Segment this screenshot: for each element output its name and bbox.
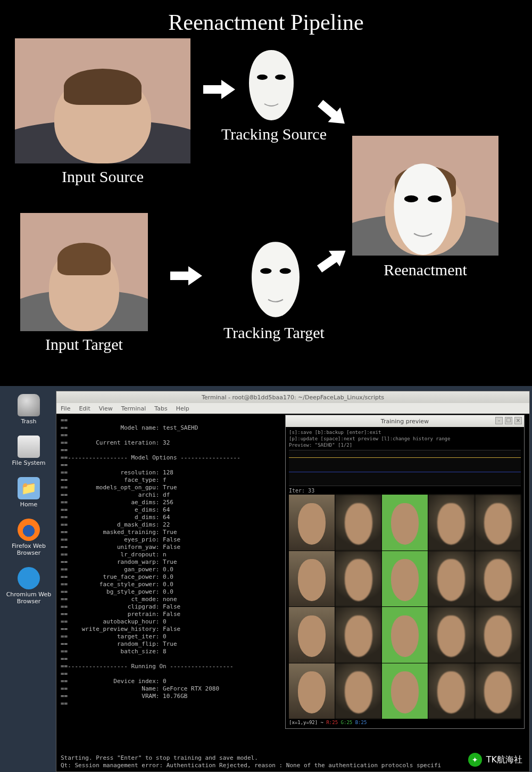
reenactment-label: Reenactment [352,261,498,279]
window-close-button[interactable]: × [514,417,522,424]
window-minimize-button[interactable]: ‑ [495,417,503,424]
terminal-title: Terminal - root@8b1dd5baa170: ~/DeepFace… [202,394,384,401]
preview-face-grid [289,495,521,719]
input-source-image [15,38,190,163]
preview-titlebar[interactable]: Training preview ‑ ☐ × [286,415,524,427]
svg-point-3 [280,268,291,274]
reenactment-mask-overlay-icon [388,161,458,246]
preview-face-cell [335,495,381,551]
svg-point-1 [275,75,286,80]
preview-face-cell [428,495,474,551]
linux-desktop: Trash File System 📁Home Firefox Web Brow… [0,386,532,772]
svg-point-5 [428,195,442,202]
preview-face-cell [382,663,428,719]
drive-icon [18,436,40,458]
preview-iter: Iter: 33 [289,488,521,494]
preview-face-cell [382,551,428,607]
preview-face-cell [382,495,428,551]
preview-face-cell [335,663,381,719]
preview-status: [x=1,y=92] ~ R:25 G:25 B:25 [289,719,521,726]
desktop-icon-home[interactable]: 📁Home [2,477,55,508]
tracking-source-mask-icon [245,48,298,122]
terminal-starting-line: Starting. Press "Enter" to stop training… [61,754,258,762]
loss-graph [289,450,521,486]
window-maximize-button[interactable]: ☐ [505,417,512,424]
arrow-icon [314,243,351,277]
svg-point-0 [257,75,268,80]
arrow-icon [203,80,235,99]
preview-body: [s]:save [b]:backup [enter]:exit [p]:upd… [286,427,524,728]
menu-item-help[interactable]: Help [176,405,189,412]
preview-face-cell [335,607,381,663]
terminal-menubar: File Edit View Terminal Tabs Help [56,403,529,414]
desktop-icon-trash[interactable]: Trash [2,394,55,425]
desktop-icon-file-system[interactable]: File System [2,436,55,466]
watermark-text: TK航海社 [486,754,522,766]
menu-item-tabs[interactable]: Tabs [154,405,167,412]
svg-point-4 [404,195,418,202]
diagram-title: Reenactment Pipeline [0,10,532,35]
terminal-qt-error: Qt: Session management error: Authentica… [61,762,525,769]
folder-icon: 📁 [18,477,40,499]
reenactment-pipeline-diagram: Reenactment Pipeline Input Source Input … [0,0,532,386]
terminal-titlebar[interactable]: Terminal - root@8b1dd5baa170: ~/DeepFace… [56,391,529,403]
preview-face-cell [382,607,428,663]
preview-face-cell [335,551,381,607]
preview-face-cell [289,495,335,551]
preview-face-cell [289,551,335,607]
preview-controls-hint: [s]:save [b]:backup [enter]:exit [p]:upd… [289,429,521,448]
trash-icon [18,394,40,416]
menu-item-file[interactable]: File [61,405,70,412]
svg-point-2 [260,268,271,274]
firefox-icon [18,519,40,541]
menu-item-terminal[interactable]: Terminal [121,405,146,412]
preview-title: Training preview [381,418,429,425]
desktop-icons: Trash File System 📁Home Firefox Web Brow… [2,394,55,615]
preview-face-cell [289,663,335,719]
preview-face-cell [428,551,474,607]
chromium-icon [18,567,40,589]
watermark: ✦ TK航海社 [468,753,522,767]
wechat-icon: ✦ [468,753,482,767]
menu-item-edit[interactable]: Edit [79,405,90,412]
preview-face-cell [475,663,521,719]
preview-face-cell [428,663,474,719]
menu-item-view[interactable]: View [99,405,113,412]
arrow-icon [170,266,202,285]
training-preview-window: Training preview ‑ ☐ × [s]:save [b]:back… [285,415,525,729]
tracking-target-mask-icon [246,240,305,319]
desktop-icon-firefox[interactable]: Firefox Web Browser [2,519,55,556]
preview-face-cell [475,495,521,551]
desktop-icon-chromium[interactable]: Chromium Web Browser [2,567,55,605]
preview-face-cell [475,551,521,607]
tracking-target-label: Tracking Target [213,324,335,342]
preview-face-cell [428,607,474,663]
preview-face-cell [289,607,335,663]
tracking-source-label: Tracking Source [213,125,335,143]
input-target-label: Input Target [20,335,148,354]
input-source-label: Input Source [15,168,190,186]
preview-face-cell [475,607,521,663]
input-target-image [20,213,148,331]
